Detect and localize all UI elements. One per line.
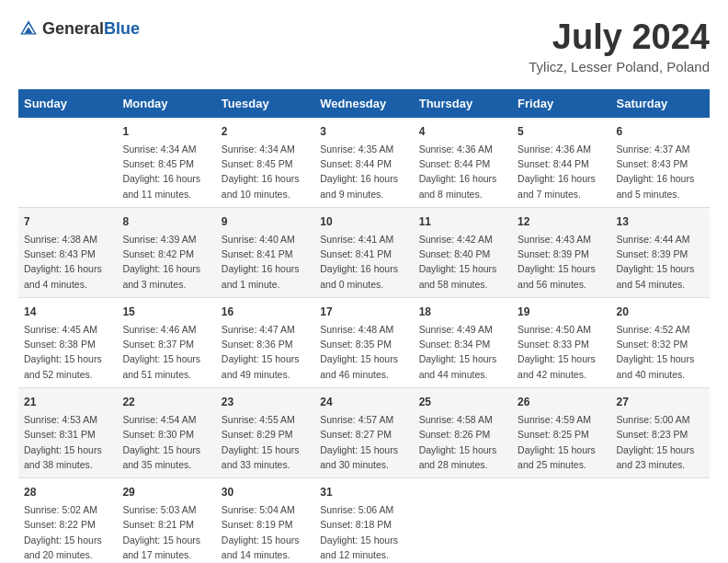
day-info: Sunrise: 4:34 AMSunset: 8:45 PMDaylight:… bbox=[222, 142, 309, 201]
day-info: Sunrise: 4:48 AMSunset: 8:35 PMDaylight:… bbox=[320, 322, 407, 382]
weekday-header-saturday: Saturday bbox=[611, 89, 710, 118]
logo: GeneralBlue bbox=[18, 18, 140, 39]
day-number: 11 bbox=[419, 213, 506, 230]
day-info: Sunrise: 4:39 AMSunset: 8:42 PMDaylight:… bbox=[122, 232, 210, 292]
day-number: 26 bbox=[518, 394, 605, 410]
calendar-week-row: 7Sunrise: 4:38 AMSunset: 8:43 PMDaylight… bbox=[18, 207, 710, 297]
calendar-cell: 12Sunrise: 4:43 AMSunset: 8:39 PMDayligh… bbox=[512, 207, 610, 297]
day-number: 17 bbox=[320, 304, 407, 320]
day-number: 7 bbox=[24, 213, 111, 230]
day-number: 13 bbox=[617, 213, 704, 230]
month-title: July 2024 bbox=[529, 18, 710, 57]
calendar-cell: 31Sunrise: 5:06 AMSunset: 8:18 PMDayligh… bbox=[314, 478, 413, 563]
day-info: Sunrise: 4:52 AMSunset: 8:32 PMDaylight:… bbox=[617, 322, 704, 382]
calendar-week-row: 21Sunrise: 4:53 AMSunset: 8:31 PMDayligh… bbox=[18, 387, 710, 477]
calendar-cell: 7Sunrise: 4:38 AMSunset: 8:43 PMDaylight… bbox=[18, 207, 117, 297]
logo-general-text: General bbox=[42, 19, 104, 38]
calendar-body: 1Sunrise: 4:34 AMSunset: 8:45 PMDaylight… bbox=[18, 118, 710, 563]
day-info: Sunrise: 4:46 AMSunset: 8:37 PMDaylight:… bbox=[122, 322, 210, 382]
day-info: Sunrise: 4:43 AMSunset: 8:39 PMDaylight:… bbox=[518, 232, 605, 292]
calendar-cell: 28Sunrise: 5:02 AMSunset: 8:22 PMDayligh… bbox=[18, 478, 117, 563]
day-info: Sunrise: 4:54 AMSunset: 8:30 PMDaylight:… bbox=[122, 412, 210, 472]
calendar-cell: 6Sunrise: 4:37 AMSunset: 8:43 PMDaylight… bbox=[611, 118, 710, 208]
calendar-cell: 17Sunrise: 4:48 AMSunset: 8:35 PMDayligh… bbox=[314, 297, 413, 387]
calendar-cell: 26Sunrise: 4:59 AMSunset: 8:25 PMDayligh… bbox=[512, 387, 610, 477]
day-number: 28 bbox=[24, 484, 111, 500]
calendar-cell: 5Sunrise: 4:36 AMSunset: 8:44 PMDaylight… bbox=[512, 118, 610, 208]
day-info: Sunrise: 5:00 AMSunset: 8:23 PMDaylight:… bbox=[617, 412, 704, 472]
day-info: Sunrise: 4:36 AMSunset: 8:44 PMDaylight:… bbox=[518, 142, 605, 201]
calendar-cell: 13Sunrise: 4:44 AMSunset: 8:39 PMDayligh… bbox=[611, 207, 710, 297]
day-info: Sunrise: 4:45 AMSunset: 8:38 PMDaylight:… bbox=[24, 322, 111, 382]
day-number: 19 bbox=[518, 304, 605, 320]
page-header: GeneralBlue July 2024 Tylicz, Lesser Pol… bbox=[18, 18, 710, 75]
day-info: Sunrise: 4:47 AMSunset: 8:36 PMDaylight:… bbox=[222, 322, 309, 382]
calendar-cell: 30Sunrise: 5:04 AMSunset: 8:19 PMDayligh… bbox=[216, 478, 314, 563]
day-number: 9 bbox=[222, 213, 309, 230]
day-number: 1 bbox=[122, 123, 210, 140]
day-info: Sunrise: 5:06 AMSunset: 8:18 PMDaylight:… bbox=[320, 502, 407, 562]
calendar-cell bbox=[414, 478, 512, 563]
weekday-header-thursday: Thursday bbox=[414, 89, 512, 118]
day-info: Sunrise: 4:53 AMSunset: 8:31 PMDaylight:… bbox=[24, 412, 111, 472]
day-number: 16 bbox=[222, 304, 309, 320]
day-info: Sunrise: 4:34 AMSunset: 8:45 PMDaylight:… bbox=[122, 142, 210, 201]
day-info: Sunrise: 4:55 AMSunset: 8:29 PMDaylight:… bbox=[222, 412, 309, 472]
day-info: Sunrise: 4:35 AMSunset: 8:44 PMDaylight:… bbox=[320, 142, 407, 201]
day-info: Sunrise: 4:38 AMSunset: 8:43 PMDaylight:… bbox=[24, 232, 111, 292]
calendar-cell: 10Sunrise: 4:41 AMSunset: 8:41 PMDayligh… bbox=[314, 207, 413, 297]
calendar-cell bbox=[512, 478, 610, 563]
calendar-cell: 8Sunrise: 4:39 AMSunset: 8:42 PMDaylight… bbox=[117, 207, 215, 297]
day-info: Sunrise: 4:49 AMSunset: 8:34 PMDaylight:… bbox=[419, 322, 506, 382]
calendar-cell: 27Sunrise: 5:00 AMSunset: 8:23 PMDayligh… bbox=[611, 387, 710, 477]
calendar-week-row: 1Sunrise: 4:34 AMSunset: 8:45 PMDaylight… bbox=[18, 118, 710, 208]
day-number: 31 bbox=[320, 484, 407, 500]
calendar-cell bbox=[611, 478, 710, 563]
calendar-header-row: SundayMondayTuesdayWednesdayThursdayFrid… bbox=[18, 89, 710, 118]
day-info: Sunrise: 4:59 AMSunset: 8:25 PMDaylight:… bbox=[518, 412, 605, 472]
location-title: Tylicz, Lesser Poland, Poland bbox=[529, 59, 710, 75]
day-info: Sunrise: 5:04 AMSunset: 8:19 PMDaylight:… bbox=[222, 502, 309, 562]
calendar-cell: 11Sunrise: 4:42 AMSunset: 8:40 PMDayligh… bbox=[414, 207, 512, 297]
day-number: 6 bbox=[617, 123, 704, 140]
calendar-cell: 25Sunrise: 4:58 AMSunset: 8:26 PMDayligh… bbox=[414, 387, 512, 477]
day-number: 20 bbox=[617, 304, 704, 320]
day-number: 2 bbox=[222, 123, 309, 140]
weekday-header-monday: Monday bbox=[117, 89, 215, 118]
day-number: 25 bbox=[419, 394, 506, 410]
calendar-cell: 19Sunrise: 4:50 AMSunset: 8:33 PMDayligh… bbox=[512, 297, 610, 387]
day-number: 15 bbox=[122, 304, 210, 320]
day-number: 3 bbox=[320, 123, 407, 140]
day-number: 30 bbox=[222, 484, 309, 500]
calendar-week-row: 28Sunrise: 5:02 AMSunset: 8:22 PMDayligh… bbox=[18, 478, 710, 563]
day-info: Sunrise: 4:50 AMSunset: 8:33 PMDaylight:… bbox=[518, 322, 605, 382]
weekday-header-wednesday: Wednesday bbox=[314, 89, 413, 118]
day-number: 10 bbox=[320, 213, 407, 230]
day-info: Sunrise: 4:36 AMSunset: 8:44 PMDaylight:… bbox=[419, 142, 506, 201]
calendar-cell: 9Sunrise: 4:40 AMSunset: 8:41 PMDaylight… bbox=[216, 207, 314, 297]
calendar-cell: 1Sunrise: 4:34 AMSunset: 8:45 PMDaylight… bbox=[117, 118, 215, 208]
calendar-cell: 15Sunrise: 4:46 AMSunset: 8:37 PMDayligh… bbox=[117, 297, 215, 387]
day-number: 4 bbox=[419, 123, 506, 140]
day-info: Sunrise: 4:41 AMSunset: 8:41 PMDaylight:… bbox=[320, 232, 407, 292]
day-info: Sunrise: 4:57 AMSunset: 8:27 PMDaylight:… bbox=[320, 412, 407, 472]
calendar-cell: 20Sunrise: 4:52 AMSunset: 8:32 PMDayligh… bbox=[611, 297, 710, 387]
day-number: 5 bbox=[518, 123, 605, 140]
calendar-cell: 18Sunrise: 4:49 AMSunset: 8:34 PMDayligh… bbox=[414, 297, 512, 387]
calendar-cell: 24Sunrise: 4:57 AMSunset: 8:27 PMDayligh… bbox=[314, 387, 413, 477]
calendar-cell: 29Sunrise: 5:03 AMSunset: 8:21 PMDayligh… bbox=[117, 478, 215, 563]
day-info: Sunrise: 4:37 AMSunset: 8:43 PMDaylight:… bbox=[617, 142, 704, 201]
day-info: Sunrise: 4:58 AMSunset: 8:26 PMDaylight:… bbox=[419, 412, 506, 472]
day-number: 24 bbox=[320, 394, 407, 410]
weekday-header-friday: Friday bbox=[512, 89, 610, 118]
day-number: 21 bbox=[24, 394, 111, 410]
calendar-week-row: 14Sunrise: 4:45 AMSunset: 8:38 PMDayligh… bbox=[18, 297, 710, 387]
day-info: Sunrise: 5:02 AMSunset: 8:22 PMDaylight:… bbox=[24, 502, 111, 562]
day-number: 22 bbox=[122, 394, 210, 410]
calendar-cell: 14Sunrise: 4:45 AMSunset: 8:38 PMDayligh… bbox=[18, 297, 117, 387]
calendar-cell: 4Sunrise: 4:36 AMSunset: 8:44 PMDaylight… bbox=[414, 118, 512, 208]
day-number: 18 bbox=[419, 304, 506, 320]
day-info: Sunrise: 4:42 AMSunset: 8:40 PMDaylight:… bbox=[419, 232, 506, 292]
calendar-cell bbox=[18, 118, 117, 208]
day-number: 27 bbox=[617, 394, 704, 410]
